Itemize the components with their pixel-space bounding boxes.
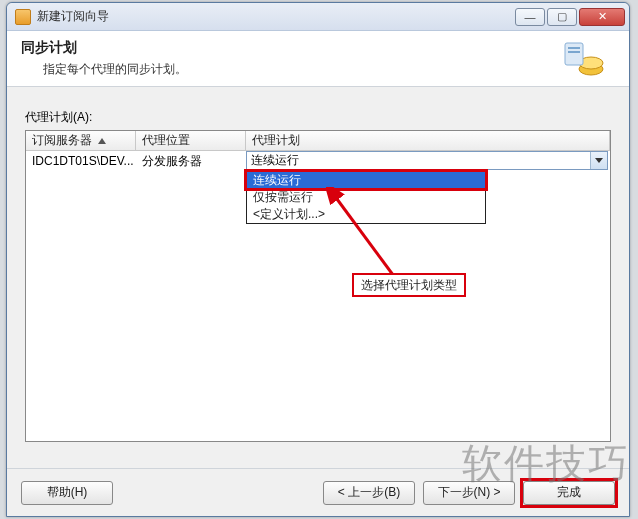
dialog-window: 新建订阅向导 — ▢ ✕ 同步计划 指定每个代理的同步计划。 代理计划(A): … [6,2,630,517]
column-agent-schedule-label: 代理计划 [252,132,300,149]
dropdown-item-define[interactable]: <定义计划...> [247,206,485,223]
column-subscriber[interactable]: 订阅服务器 [26,131,136,150]
wizard-icon [561,39,605,79]
window-title: 新建订阅向导 [37,8,515,25]
page-description: 指定每个代理的同步计划。 [43,61,615,78]
cell-subscriber: IDC1DT01S\DEV... [26,151,136,171]
next-button[interactable]: 下一步(N) > [423,481,515,505]
svg-rect-2 [565,43,583,65]
finish-button[interactable]: 完成 [523,481,615,505]
wizard-header: 同步计划 指定每个代理的同步计划。 [7,31,629,87]
maximize-button[interactable]: ▢ [547,8,577,26]
column-subscriber-label: 订阅服务器 [32,132,92,149]
column-agent-schedule[interactable]: 代理计划 [246,131,610,150]
close-button[interactable]: ✕ [579,8,625,26]
svg-rect-3 [568,47,580,49]
agent-schedule-grid: 订阅服务器 代理位置 代理计划 IDC1DT01S\DEV... 分发服务器 连… [25,130,611,442]
annotation-callout: 选择代理计划类型 [352,273,466,297]
grid-header: 订阅服务器 代理位置 代理计划 [26,131,610,151]
app-icon [15,9,31,25]
dropdown-item-continuous[interactable]: 连续运行 [247,172,485,189]
chevron-down-icon[interactable] [590,152,607,169]
cell-agent-schedule: 连续运行 [246,151,610,171]
page-title: 同步计划 [21,39,615,57]
table-row: IDC1DT01S\DEV... 分发服务器 连续运行 [26,151,610,171]
dropdown-item-on-demand[interactable]: 仅按需运行 [247,189,485,206]
wizard-footer: 帮助(H) < 上一步(B) 下一步(N) > 完成 [7,468,629,516]
column-agent-location[interactable]: 代理位置 [136,131,246,150]
column-agent-location-label: 代理位置 [142,132,190,149]
cell-agent-location: 分发服务器 [136,151,246,171]
grid-label: 代理计划(A): [25,109,611,126]
titlebar[interactable]: 新建订阅向导 — ▢ ✕ [7,3,629,31]
sort-asc-icon [98,138,106,144]
back-button[interactable]: < 上一步(B) [323,481,415,505]
svg-rect-4 [568,51,580,53]
agent-schedule-combo[interactable]: 连续运行 [246,151,608,170]
agent-schedule-dropdown[interactable]: 连续运行 仅按需运行 <定义计划...> [246,171,486,224]
annotation-text: 选择代理计划类型 [361,277,457,294]
combo-value: 连续运行 [251,152,299,169]
minimize-button[interactable]: — [515,8,545,26]
help-button[interactable]: 帮助(H) [21,481,113,505]
